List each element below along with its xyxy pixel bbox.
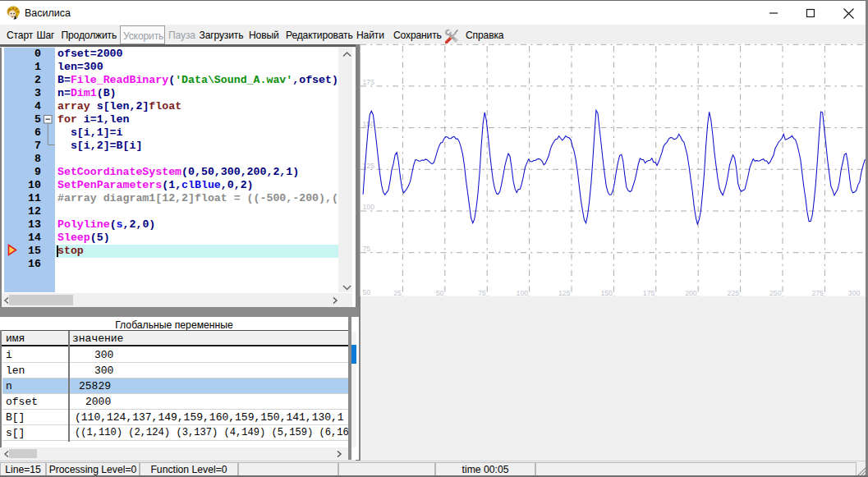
- svg-text:75: 75: [363, 245, 371, 253]
- svg-text:25: 25: [393, 289, 402, 297]
- svg-text:50: 50: [436, 289, 444, 297]
- svg-text:100: 100: [517, 289, 529, 297]
- svg-text:275: 275: [811, 289, 824, 297]
- svg-text:225: 225: [728, 289, 740, 297]
- svg-text:200: 200: [685, 289, 697, 297]
- svg-text:125: 125: [363, 162, 375, 170]
- svg-text:300: 300: [848, 289, 861, 297]
- svg-text:75: 75: [478, 289, 486, 297]
- svg-text:250: 250: [769, 289, 782, 297]
- svg-text:125: 125: [558, 289, 571, 297]
- svg-text:100: 100: [363, 203, 375, 211]
- svg-text:150: 150: [600, 289, 613, 297]
- svg-text:50: 50: [363, 288, 371, 296]
- svg-text:175: 175: [643, 289, 655, 297]
- svg-text:175: 175: [363, 78, 375, 86]
